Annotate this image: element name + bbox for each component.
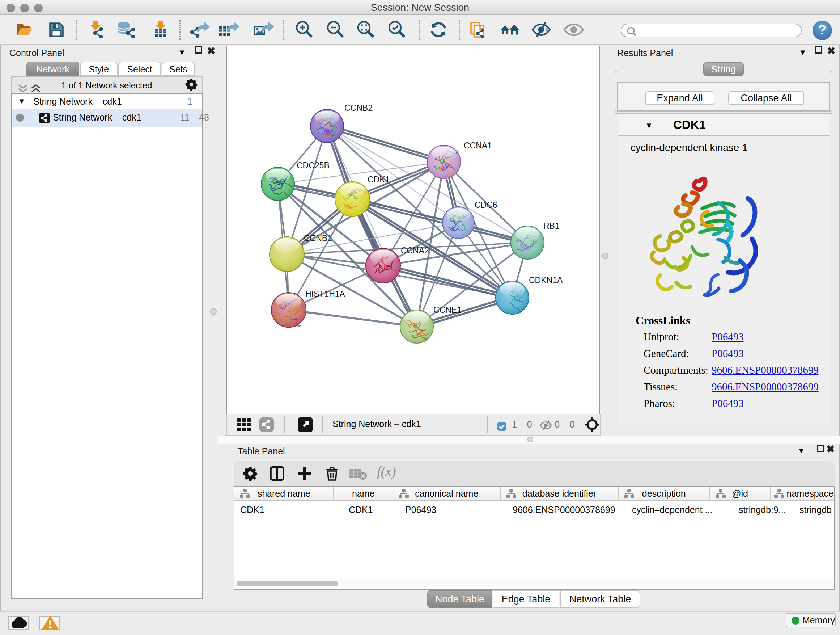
svg-text:CCNA2: CCNA2 [401, 246, 429, 255]
svg-text:CCNA1: CCNA1 [464, 141, 492, 150]
svg-text:CDC25B: CDC25B [297, 161, 330, 170]
svg-text:CDC6: CDC6 [475, 200, 497, 210]
svg-text:CCNB2: CCNB2 [344, 103, 373, 112]
svg-text:HIST1H1A: HIST1H1A [305, 289, 346, 299]
svg-text:CDKN1A: CDKN1A [529, 276, 563, 285]
svg-text:CCNB1: CCNB1 [304, 233, 332, 243]
svg-text:CDK1: CDK1 [368, 175, 390, 184]
svg-text:CCNE1: CCNE1 [433, 305, 462, 315]
svg-text:RB1: RB1 [543, 221, 560, 231]
